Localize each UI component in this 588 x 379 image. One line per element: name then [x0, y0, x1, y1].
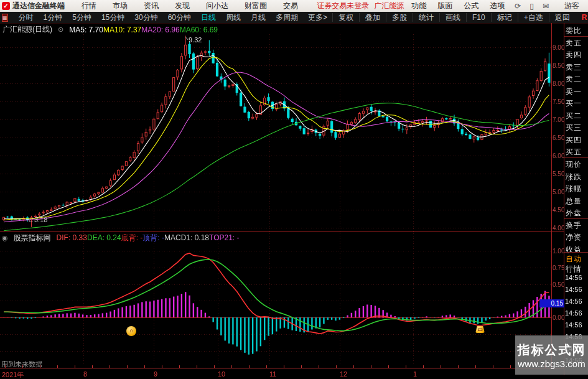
current-value-badge: 0.15 [539, 299, 564, 307]
sidebar-row-涨跌[interactable]: 涨跌 [566, 172, 582, 182]
sidebar-row-卖四[interactable]: 卖四 [566, 50, 582, 60]
sidebar-row-卖一[interactable]: 卖一 [566, 87, 582, 97]
tick-time: 14:56 [565, 286, 582, 293]
tick-time: 14:56 [565, 309, 582, 317]
tick-time: 14:56 [565, 274, 582, 281]
tdx-terminal-window: ✓ 通达信金融终端 行情市场资讯发现问小达财富圈交易 证券交易未登录 广汇能源 … [0, 0, 588, 379]
tick-time: 14:56 [565, 297, 582, 305]
sidebar-row-卖五[interactable]: 卖五 [566, 38, 582, 49]
chart-title[interactable]: 广汇能源(日线) [2, 24, 52, 35]
sidebar-row-买一[interactable]: 买一 [566, 98, 582, 109]
watermark-url: www.zbgs3.com [518, 358, 585, 369]
date-axis-label: 2021年 [2, 370, 24, 379]
indicator-value-3: 底背: - [121, 233, 143, 242]
main-chart-header: 广汇能源(日线) ⊙ MA5: 7.70MA10: 7.37MA20: 6.96… [2, 24, 218, 35]
indicator-source-name[interactable]: 股票指标网 [14, 233, 51, 243]
sidebar-row-买五[interactable]: 买五 [566, 147, 582, 157]
sidebar-row-委比[interactable]: 委比 [566, 26, 582, 36]
sidebar-row-买四[interactable]: 买四 [566, 135, 582, 146]
ma-label-3: MA20: 6.96 [141, 26, 179, 34]
future-data-note: 用到未来数据 [1, 360, 42, 369]
sidebar-row-收益[interactable]: 收益 [566, 245, 582, 255]
low-price-annotation: ←3.18 [27, 216, 47, 223]
sidebar-row-涨幅[interactable]: 涨幅 [566, 184, 582, 194]
sidebar-row-总量[interactable]: 总量 [566, 196, 582, 207]
ma-label-4: MA60: 6.69 [180, 26, 218, 34]
sidebar-divider [564, 157, 588, 158]
sidebar-divider [564, 252, 588, 253]
indicator-value-4: 顶背: - [142, 233, 164, 242]
sidebar-tab-行情[interactable]: 行情 [566, 264, 582, 274]
date-axis-label: 1 [413, 370, 417, 378]
quote-sidebar: 委比卖五卖四卖三卖二卖一买一买二买三买四买五现价涨跌涨幅总量外盘换手净资收益自动… [564, 23, 588, 375]
indicator-value-1: DIF: 0.33 [57, 233, 87, 242]
site-watermark: 指标公式网 www.zbgs3.com [515, 335, 588, 375]
sidebar-row-卖三[interactable]: 卖三 [566, 62, 582, 73]
buy-signal-marker: ∩ [126, 326, 136, 336]
sidebar-row-换手[interactable]: 换手 [566, 220, 582, 231]
price-chart-canvas[interactable] [0, 0, 588, 379]
date-axis-label: 9 [154, 370, 157, 378]
sidebar-tab-自动[interactable]: 自动 [566, 254, 582, 264]
chart-settings-icon[interactable]: ⊙ [58, 26, 63, 34]
indicator-value-6: TOP21: - [209, 233, 239, 242]
sidebar-row-买三[interactable]: 买三 [566, 123, 582, 133]
sidebar-divider [564, 36, 588, 37]
date-axis-label: 10 [218, 370, 225, 378]
indicator-icon[interactable]: ◉ [2, 234, 8, 242]
sidebar-row-现价[interactable]: 现价 [566, 159, 582, 170]
watermark-title: 指标公式网 [518, 342, 586, 358]
date-axis-label: 8 [83, 370, 87, 378]
date-axis-label: 12 [340, 370, 347, 378]
sidebar-divider [564, 218, 588, 219]
ma-label-2: MA10: 7.37 [103, 26, 141, 34]
sidebar-row-买二[interactable]: 买二 [566, 111, 582, 121]
tick-time: 14:56 [565, 321, 582, 329]
sidebar-row-卖二[interactable]: 卖二 [566, 74, 582, 85]
indicator-value-5: MACD1: 0.18 [164, 233, 209, 242]
indicator-header: ◉ 股票指标网 DIF: 0.33DEA: 0.24底背: -顶背: -MACD… [2, 233, 240, 243]
date-axis-label: 11 [269, 370, 276, 378]
high-price-annotation: 9.32 [189, 36, 202, 44]
ma-label-1: MA5: 7.70 [69, 26, 103, 34]
sidebar-row-外盘[interactable]: 外盘 [566, 208, 582, 218]
sidebar-row-净资[interactable]: 净资 [566, 232, 582, 243]
indicator-value-2: DEA: 0.24 [87, 233, 121, 242]
